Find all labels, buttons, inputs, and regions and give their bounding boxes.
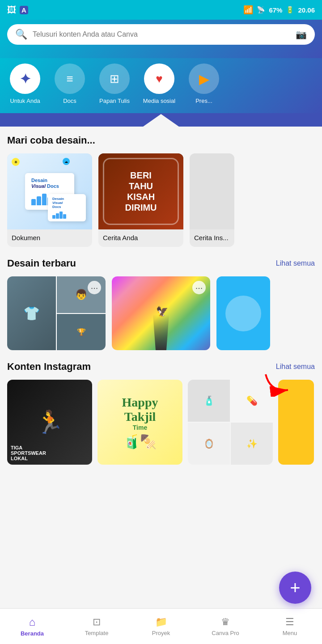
gallery-icon: 🖼 — [7, 5, 16, 15]
arrow-hint — [261, 370, 297, 398]
camera-icon[interactable]: 📷 — [296, 29, 307, 40]
categories-row: ✦ Untuk Anda ≡ Docs ⊞ Papan Tulis ♥ Medi… — [0, 58, 322, 113]
nav-canva-pro[interactable]: ♛ Canva Pro — [193, 609, 258, 644]
main-content: Mari coba desain... DesainVisual Docs — [0, 127, 322, 520]
recent-card-blue[interactable] — [216, 276, 270, 350]
translate-icon: A — [20, 6, 28, 14]
status-left-icons: 🖼 A — [7, 5, 28, 15]
recent-designs-cards: ··· 👕 👦 🏆 ··· — [7, 276, 315, 350]
category-docs[interactable]: ≡ Docs — [52, 64, 88, 104]
clock: 20.06 — [298, 6, 315, 14]
instagram-heading: Konten Instagram — [7, 361, 91, 373]
recent-designs-heading: Desain terbaru — [7, 258, 76, 269]
battery-icon: 🔋 — [286, 6, 294, 14]
instagram-section: Konten Instagram Lihat semua 🏃 TIGASPORT… — [7, 361, 315, 465]
recent-designs-see-all[interactable]: Lihat semua — [276, 259, 315, 267]
search-bar[interactable]: 🔍 📷 — [7, 24, 315, 45]
category-media-sosial[interactable]: ♥ Media sosial — [141, 64, 177, 104]
create-fab[interactable]: + — [279, 572, 311, 604]
category-presentasi[interactable]: ▶ Pres... — [186, 64, 222, 104]
battery-percent: 67% — [269, 6, 282, 14]
nav-beranda[interactable]: ⌂ Beranda — [0, 609, 64, 644]
bottom-nav: ⌂ Beranda ⊡ Template 📁 Proyek ♛ Canva Pr… — [0, 608, 322, 644]
recent-card-rainbow[interactable]: ··· 🦅 — [112, 276, 210, 350]
signal-icon: 📡 — [257, 6, 265, 14]
crown-icon: ♛ — [221, 616, 230, 628]
nav-menu[interactable]: ☰ Menu — [258, 609, 322, 644]
bottom-spacer — [7, 475, 315, 520]
status-right-info: 📶 📡 67% 🔋 20.06 — [243, 5, 315, 15]
design-card-cerita-ins[interactable]: Cerita Ins... — [190, 153, 234, 247]
recent-designs-header: Desain terbaru Lihat semua — [7, 258, 315, 269]
nav-proyek[interactable]: 📁 Proyek — [129, 609, 193, 644]
fab-plus-icon: + — [290, 579, 300, 597]
search-icon: 🔍 — [15, 29, 27, 40]
try-design-heading: Mari coba desain... — [7, 135, 315, 146]
try-design-cards: DesainVisual Docs DesainVisualDocs — [7, 153, 315, 247]
nav-template[interactable]: ⊡ Template — [64, 609, 129, 644]
design-card-cerita-anda[interactable]: BERITAHUKISAHDIRIMU Cerita Anda — [98, 153, 183, 247]
design-card-dokumen[interactable]: DesainVisual Docs DesainVisualDocs — [7, 153, 92, 247]
instagram-card-takjil[interactable]: HappyTakjil Time 🧃🍢 — [97, 380, 182, 465]
header: 🔍 📷 — [0, 20, 322, 58]
home-icon: ⌂ — [29, 616, 36, 628]
search-input[interactable] — [33, 30, 290, 38]
status-bar: 🖼 A 📶 📡 67% 🔋 20.06 — [0, 0, 322, 20]
wifi-icon: 📶 — [243, 5, 253, 15]
category-untuk-anda[interactable]: ✦ Untuk Anda — [7, 64, 43, 104]
category-papan-tulis[interactable]: ⊞ Papan Tulis — [97, 64, 132, 104]
wave-divider — [0, 113, 322, 127]
recent-card-collage[interactable]: ··· 👕 👦 🏆 — [7, 276, 106, 350]
card-menu-button[interactable]: ··· — [88, 281, 101, 294]
folder-icon: 📁 — [155, 616, 167, 628]
instagram-card-beauty[interactable]: 🧴 💊 🪞 ✨ — [188, 380, 273, 465]
menu-icon: ☰ — [285, 616, 294, 628]
instagram-card-sportswear[interactable]: 🏃 TIGASPORTSWEARLOKAL — [7, 380, 92, 465]
template-icon: ⊡ — [93, 616, 101, 628]
